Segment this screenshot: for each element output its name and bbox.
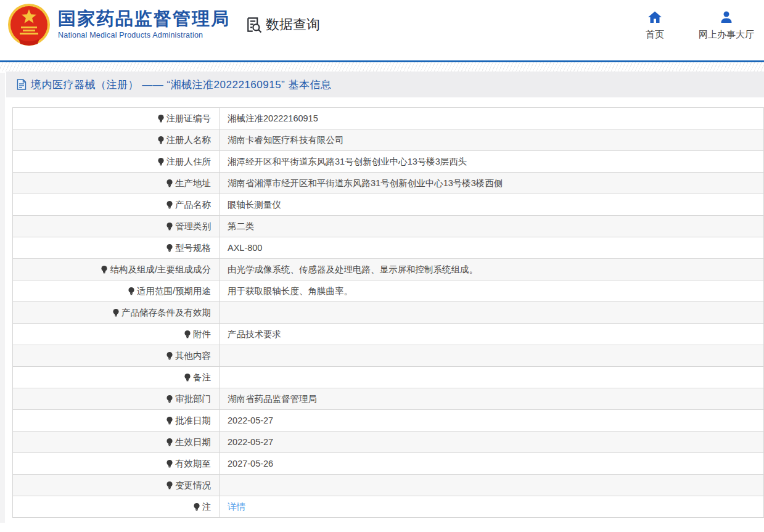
nav-item-home[interactable]: 首页 bbox=[646, 10, 664, 41]
field-label-text: 适用范围/预期用途 bbox=[137, 285, 211, 297]
field-label: 变更情况 bbox=[13, 475, 220, 496]
table-row: 产品储存条件及有效期 bbox=[13, 302, 763, 324]
note-bulb-icon bbox=[166, 438, 173, 447]
note-bulb-icon bbox=[166, 351, 173, 361]
note-bulb-icon bbox=[166, 243, 173, 253]
field-label-text: 注册证编号 bbox=[166, 113, 212, 125]
field-label-text: 管理类别 bbox=[175, 221, 211, 232]
field-label-text: 注册人住所 bbox=[166, 156, 212, 168]
table-row: 管理类别 第二类 bbox=[13, 216, 763, 237]
note-bulb-icon bbox=[112, 308, 120, 317]
note-bulb-icon bbox=[166, 481, 173, 490]
field-value bbox=[220, 302, 763, 323]
page-left-edge bbox=[0, 73, 5, 523]
user-icon bbox=[719, 10, 734, 25]
detail-table: 注册证编号 湘械注准20222160915 注册人名称 湖南卡睿知医疗科技有限公… bbox=[12, 107, 764, 518]
national-emblem-icon bbox=[7, 3, 51, 47]
field-label-text: 审批部门 bbox=[175, 393, 211, 405]
field-value: 2027-05-26 bbox=[220, 453, 763, 474]
field-value: 湖南卡睿知医疗科技有限公司 bbox=[220, 129, 763, 150]
field-label: 批准日期 bbox=[13, 410, 220, 431]
note-bulb-icon bbox=[166, 395, 173, 404]
table-row: 生效日期 2022-05-27 bbox=[13, 432, 763, 453]
document-search-icon bbox=[244, 15, 263, 34]
data-query-label: 数据查询 bbox=[266, 15, 320, 34]
field-value: 由光学成像系统、传感器及处理电路、显示屏和控制系统组成。 bbox=[220, 259, 763, 280]
nav-item-label: 网上办事大厅 bbox=[699, 29, 754, 41]
field-value: 湘潭经开区和平街道东风路31号创新创业中心13号楼3层西头 bbox=[220, 151, 763, 172]
field-label: 型号规格 bbox=[13, 237, 220, 258]
note-bulb-icon bbox=[157, 157, 165, 166]
nav-item-label: 首页 bbox=[646, 29, 664, 41]
note-bulb-icon bbox=[184, 373, 191, 382]
field-label-text: 型号规格 bbox=[175, 242, 211, 254]
field-label-text: 产品名称 bbox=[175, 199, 211, 211]
table-row: 审批部门 湖南省药品监督管理局 bbox=[13, 388, 763, 410]
field-label: 注册证编号 bbox=[13, 108, 220, 129]
field-value: 湖南省药品监督管理局 bbox=[220, 388, 763, 409]
field-value: 眼轴长测量仪 bbox=[220, 194, 763, 215]
section-titlebar: 境内医疗器械（注册） —— “湘械注准20222160915” 基本信息 bbox=[6, 72, 764, 97]
note-bulb-icon bbox=[166, 459, 173, 469]
table-row: 变更情况 bbox=[13, 475, 763, 496]
field-label-text: 备注 bbox=[193, 372, 211, 383]
table-row: 型号规格 AXL-800 bbox=[13, 237, 763, 259]
note-bulb-icon bbox=[166, 416, 173, 425]
detail-link[interactable]: 详情 bbox=[228, 501, 245, 513]
brand-title-cn: 国家药品监督管理局 bbox=[58, 9, 230, 29]
field-label: 结构及组成/主要组成成分 bbox=[13, 259, 220, 280]
note-bulb-icon bbox=[101, 265, 108, 274]
field-value: 湘械注准20222160915 bbox=[220, 108, 763, 129]
home-icon bbox=[647, 10, 662, 25]
field-label-text: 注册人名称 bbox=[166, 134, 212, 146]
table-row: 注册证编号 湘械注准20222160915 bbox=[13, 108, 763, 129]
field-label-text: 变更情况 bbox=[175, 480, 211, 491]
field-value: 用于获取眼轴长度、角膜曲率。 bbox=[220, 280, 763, 301]
field-label-text: 其他内容 bbox=[175, 350, 211, 362]
field-value bbox=[220, 345, 763, 366]
field-label: 产品储存条件及有效期 bbox=[13, 302, 220, 323]
field-label: 产品名称 bbox=[13, 194, 220, 215]
field-label: 生效日期 bbox=[13, 432, 220, 452]
note-bulb-icon bbox=[128, 287, 135, 296]
field-value: AXL-800 bbox=[220, 237, 763, 258]
field-label-text: 批准日期 bbox=[175, 415, 211, 427]
table-row: 备注 bbox=[13, 367, 763, 388]
table-row: 附件 产品技术要求 bbox=[13, 324, 763, 345]
table-row: 其他内容 bbox=[13, 345, 763, 367]
table-row: 有效期至 2027-05-26 bbox=[13, 453, 763, 475]
nav-item-service-hall[interactable]: 网上办事大厅 bbox=[699, 10, 754, 41]
note-bulb-icon bbox=[157, 114, 165, 123]
page-title: 境内医疗器械（注册） —— “湘械注准20222160915” 基本信息 bbox=[31, 78, 332, 92]
field-value: 2022-05-27 bbox=[220, 432, 763, 452]
field-label: 生产地址 bbox=[13, 173, 220, 194]
table-row: 注册人住所 湘潭经开区和平街道东风路31号创新创业中心13号楼3层西头 bbox=[13, 151, 763, 173]
table-row: 生产地址 湖南省湘潭市经开区和平街道东风路31号创新创业中心13号楼3楼西侧 bbox=[13, 173, 763, 194]
field-label-text: 结构及组成/主要组成成分 bbox=[110, 264, 211, 276]
field-label-text: 生产地址 bbox=[175, 178, 211, 189]
field-label: 审批部门 bbox=[13, 388, 220, 409]
nmpa-logo[interactable]: 国家药品监督管理局 National Medical Products Admi… bbox=[7, 3, 230, 47]
table-row: 适用范围/预期用途 用于获取眼轴长度、角膜曲率。 bbox=[13, 280, 763, 302]
field-label-text: 注 bbox=[202, 501, 212, 513]
table-row: 批准日期 2022-05-27 bbox=[13, 410, 763, 432]
data-query-tab[interactable]: 数据查询 bbox=[244, 15, 320, 34]
field-label: 其他内容 bbox=[13, 345, 220, 366]
note-bulb-icon bbox=[166, 179, 173, 188]
field-value bbox=[220, 475, 763, 496]
field-value: 详情 bbox=[220, 496, 763, 517]
field-value: 2022-05-27 bbox=[220, 410, 763, 431]
field-label: 备注 bbox=[13, 367, 220, 388]
stripe-band bbox=[0, 62, 764, 72]
field-label-text: 有效期至 bbox=[175, 458, 211, 470]
field-value bbox=[220, 367, 763, 388]
field-label: 注册人名称 bbox=[13, 129, 220, 150]
field-label: 有效期至 bbox=[13, 453, 220, 474]
note-bulb-icon bbox=[166, 222, 173, 231]
table-row: 注 详情 bbox=[13, 496, 763, 518]
brand-text: 国家药品监督管理局 National Medical Products Admi… bbox=[58, 3, 230, 39]
field-label: 管理类别 bbox=[13, 216, 220, 237]
table-row: 注册人名称 湖南卡睿知医疗科技有限公司 bbox=[13, 129, 763, 151]
field-label: 适用范围/预期用途 bbox=[13, 280, 220, 301]
note-bulb-icon bbox=[184, 330, 191, 339]
